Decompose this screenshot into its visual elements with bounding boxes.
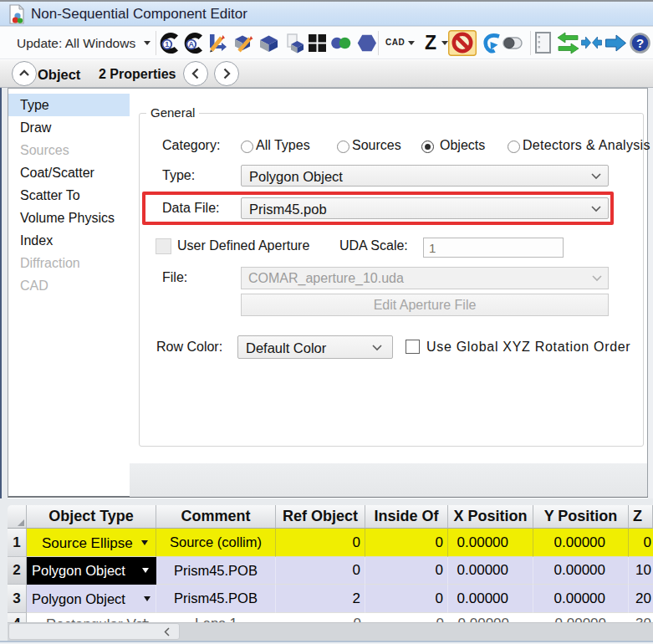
svg-text:1: 1	[165, 40, 169, 49]
svg-text:?: ?	[636, 36, 644, 50]
svg-text:A: A	[189, 40, 195, 49]
